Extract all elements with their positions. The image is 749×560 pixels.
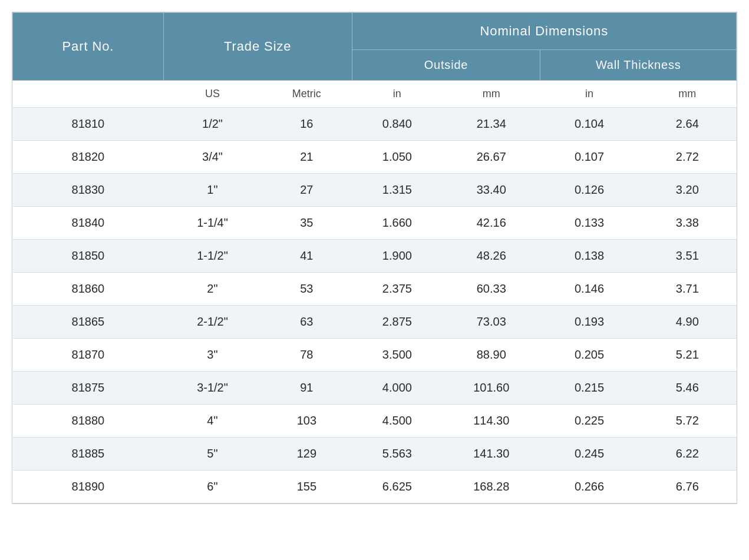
metric-cell: 129 [262, 438, 352, 470]
outside-header: Outside [352, 50, 540, 81]
table-row: 818501-1/2"411.90048.260.1383.51 [13, 240, 737, 273]
wall-mm-cell: 2.64 [638, 108, 736, 141]
wall-mm-cell: 5.21 [638, 339, 736, 372]
us-cell: 2-1/2" [163, 306, 261, 339]
wall-in-cell: 0.215 [540, 372, 638, 405]
table-row: 818906"1556.625168.280.2666.76 [13, 470, 737, 503]
wall-mm-cell: 3.20 [638, 174, 736, 207]
partno-unit-blank [13, 81, 164, 108]
out-mm-cell: 88.90 [443, 339, 540, 372]
wall-mm-cell: 2.72 [638, 141, 736, 174]
metric-cell: 63 [262, 306, 352, 339]
metric-unit-header: Metric [262, 81, 352, 108]
out-mm-cell: 73.03 [443, 306, 540, 339]
out-mm-cell: 141.30 [443, 438, 540, 470]
metric-cell: 21 [262, 141, 352, 174]
metric-cell: 41 [262, 240, 352, 273]
out-in-cell: 1.660 [352, 207, 443, 240]
out-in-cell: 2.875 [352, 306, 443, 339]
out-in-cell: 1.315 [352, 174, 443, 207]
out-in-cell: 4.500 [352, 405, 443, 438]
out-in-cell: 1.050 [352, 141, 443, 174]
dimensions-table: Part No. Trade Size Nominal Dimensions O… [12, 12, 737, 503]
part-no-cell: 81840 [13, 207, 164, 240]
metric-cell: 27 [262, 174, 352, 207]
us-cell: 5" [163, 438, 261, 470]
out-in-cell: 5.563 [352, 438, 443, 470]
wall-in-cell: 0.126 [540, 174, 638, 207]
table-row: 818804"1034.500114.300.2255.72 [13, 405, 737, 438]
wall-in-cell: 0.146 [540, 273, 638, 306]
part-no-cell: 81820 [13, 141, 164, 174]
part-no-cell: 81890 [13, 470, 164, 503]
wall-mm-cell: 5.72 [638, 405, 736, 438]
wall-in-cell: 0.205 [540, 339, 638, 372]
wall-in-cell: 0.133 [540, 207, 638, 240]
part-no-cell: 81885 [13, 438, 164, 470]
wall-mm-cell: 5.46 [638, 372, 736, 405]
us-cell: 1" [163, 174, 261, 207]
part-no-cell: 81850 [13, 240, 164, 273]
wall-mm-cell: 3.71 [638, 273, 736, 306]
us-cell: 3" [163, 339, 261, 372]
out-mm-cell: 168.28 [443, 470, 540, 503]
wall-in-cell: 0.138 [540, 240, 638, 273]
us-cell: 2" [163, 273, 261, 306]
us-cell: 6" [163, 470, 261, 503]
table-row: 818401-1/4"351.66042.160.1333.38 [13, 207, 737, 240]
wall-mm-cell: 3.38 [638, 207, 736, 240]
metric-cell: 103 [262, 405, 352, 438]
us-cell: 4" [163, 405, 261, 438]
out-mm-cell: 42.16 [443, 207, 540, 240]
out-mm-cell: 21.34 [443, 108, 540, 141]
part-no-cell: 81810 [13, 108, 164, 141]
wall-thickness-header: Wall Thickness [540, 50, 737, 81]
metric-cell: 16 [262, 108, 352, 141]
metric-cell: 53 [262, 273, 352, 306]
out-mm-cell: 48.26 [443, 240, 540, 273]
out-mm-unit-header: mm [443, 81, 540, 108]
wall-mm-cell: 6.76 [638, 470, 736, 503]
metric-cell: 155 [262, 470, 352, 503]
wall-in-cell: 0.193 [540, 306, 638, 339]
table-row: 818602"532.37560.330.1463.71 [13, 273, 737, 306]
out-mm-cell: 114.30 [443, 405, 540, 438]
us-cell: 3/4" [163, 141, 261, 174]
table-row: 818301"271.31533.400.1263.20 [13, 174, 737, 207]
us-unit-header: US [163, 81, 261, 108]
part-no-cell: 81880 [13, 405, 164, 438]
table-row: 818203/4"211.05026.670.1072.72 [13, 141, 737, 174]
out-in-cell: 6.625 [352, 470, 443, 503]
wall-mm-cell: 3.51 [638, 240, 736, 273]
units-row: US Metric in mm in mm [13, 81, 737, 108]
table-row: 818855"1295.563141.300.2456.22 [13, 438, 737, 470]
part-no-cell: 81860 [13, 273, 164, 306]
metric-cell: 35 [262, 207, 352, 240]
out-mm-cell: 60.33 [443, 273, 540, 306]
nominal-dimensions-header: Nominal Dimensions [352, 13, 736, 50]
us-cell: 1-1/2" [163, 240, 261, 273]
table-row: 818703"783.50088.900.2055.21 [13, 339, 737, 372]
part-no-header: Part No. [13, 13, 164, 81]
us-cell: 1/2" [163, 108, 261, 141]
wall-mm-cell: 6.22 [638, 438, 736, 470]
part-no-cell: 81865 [13, 306, 164, 339]
wall-in-cell: 0.107 [540, 141, 638, 174]
wall-in-cell: 0.104 [540, 108, 638, 141]
out-in-cell: 3.500 [352, 339, 443, 372]
wall-in-cell: 0.225 [540, 405, 638, 438]
dimensions-table-container: Part No. Trade Size Nominal Dimensions O… [12, 12, 737, 504]
out-in-cell: 0.840 [352, 108, 443, 141]
wall-mm-unit-header: mm [638, 81, 736, 108]
part-no-cell: 81875 [13, 372, 164, 405]
wall-in-cell: 0.266 [540, 470, 638, 503]
out-mm-cell: 33.40 [443, 174, 540, 207]
out-mm-cell: 101.60 [443, 372, 540, 405]
part-no-cell: 81830 [13, 174, 164, 207]
table-row: 818101/2"160.84021.340.1042.64 [13, 108, 737, 141]
out-in-unit-header: in [352, 81, 443, 108]
out-in-cell: 4.000 [352, 372, 443, 405]
us-cell: 1-1/4" [163, 207, 261, 240]
us-cell: 3-1/2" [163, 372, 261, 405]
table-row: 818652-1/2"632.87573.030.1934.90 [13, 306, 737, 339]
